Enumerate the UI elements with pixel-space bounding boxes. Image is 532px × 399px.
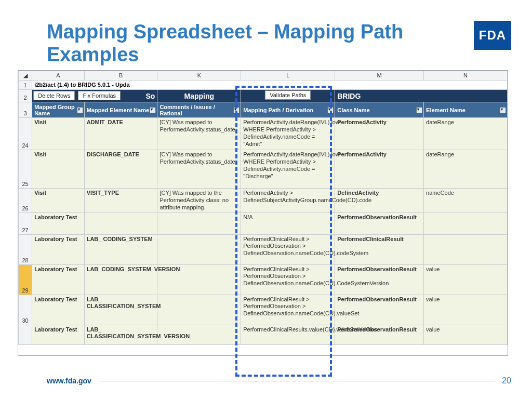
- header-A[interactable]: Mapped Group Name: [32, 102, 85, 118]
- row-number[interactable]: 2: [19, 90, 32, 102]
- section-header-mapping: Mapping: [157, 90, 241, 102]
- header-B[interactable]: Mapped Element Name: [84, 102, 157, 118]
- cell-class-name[interactable]: PerformedActivity: [335, 118, 424, 150]
- cell-element-name[interactable]: [424, 234, 508, 264]
- row-number[interactable]: 29: [19, 264, 32, 295]
- column-header-L[interactable]: L: [241, 71, 335, 81]
- workbook-title-cell[interactable]: i2b2/act (1.4) to BRIDG 5.0.1 - Upda: [32, 81, 508, 90]
- column-header-K[interactable]: K: [157, 71, 241, 81]
- cell-class-name[interactable]: PerformedActivity: [335, 150, 424, 189]
- cell-mapping-path[interactable]: PerformedActivity.dateRange(IVL).low WHE…: [241, 118, 335, 150]
- cell-mapped-element[interactable]: VISIT_TYPE: [84, 189, 157, 212]
- slide-title: Mapping Spreadsheet – Mapping Path Examp…: [21, 21, 474, 66]
- cell-mapped-group[interactable]: Laboratory Test: [32, 295, 85, 325]
- cell-element-name[interactable]: nameCode: [424, 189, 508, 212]
- cell-element-name[interactable]: dateRange: [424, 118, 508, 150]
- cell-mapped-group[interactable]: Laboratory Test: [32, 325, 85, 344]
- row-number[interactable]: 28: [19, 234, 32, 264]
- cell-mapped-group[interactable]: Visit: [32, 118, 85, 150]
- cell-mapped-group[interactable]: Visit: [32, 189, 85, 212]
- row-number[interactable]: 3: [19, 102, 32, 118]
- cell-mapped-element[interactable]: LAB_ CLASSIFICATION_SYSTEM: [84, 295, 157, 325]
- section-header-bridg: BRIDG: [335, 90, 508, 102]
- cell-comments[interactable]: [CY] Was mapped to PerformedActivity.sta…: [157, 118, 241, 150]
- cell-mapped-group[interactable]: Laboratory Test: [32, 212, 85, 234]
- filter-icon[interactable]: [233, 107, 240, 113]
- row-number[interactable]: 26: [19, 189, 32, 212]
- header-L[interactable]: Mapping Path / Derivation: [241, 102, 335, 118]
- cell-comments[interactable]: [CY] Was mapped to the PerformedActivity…: [157, 189, 241, 212]
- cell-comments[interactable]: [157, 295, 241, 325]
- cell-mapped-element[interactable]: LAB_ CLASSIFICATION_SYSTEM_VERSION: [84, 325, 157, 344]
- cell-mapped-group[interactable]: Visit: [32, 150, 85, 189]
- fda-logo: FDA: [474, 21, 511, 50]
- filter-icon[interactable]: [327, 107, 334, 113]
- cell-mapping-path[interactable]: PerformedActivity.dateRange(IVL).low WHE…: [241, 150, 335, 189]
- cell-class-name[interactable]: PerformedObservationResult: [335, 212, 424, 234]
- footer-url[interactable]: www.fda.gov: [47, 377, 91, 385]
- header-N[interactable]: Element Name: [424, 102, 508, 118]
- filter-icon[interactable]: [150, 107, 156, 113]
- cell-mapping-path[interactable]: N/A: [241, 212, 335, 234]
- cell-element-name[interactable]: [424, 212, 508, 234]
- section-header-source: Delete Rows Fix Formulas So: [32, 90, 157, 102]
- cell-comments[interactable]: [CY] Was mapped to PerformedActivity.sta…: [157, 150, 241, 189]
- column-header-N[interactable]: N: [424, 71, 508, 81]
- delete-rows-button[interactable]: Delete Rows: [33, 91, 75, 100]
- row-number[interactable]: 1: [19, 81, 32, 90]
- cell-mapped-element[interactable]: ADMIT_DATE: [84, 118, 157, 150]
- column-header-A[interactable]: A: [32, 71, 85, 81]
- cell-mapped-element[interactable]: [84, 212, 157, 234]
- row-number[interactable]: [19, 325, 32, 344]
- filter-icon[interactable]: [500, 107, 506, 113]
- footer-divider: [99, 381, 495, 381]
- cell-mapped-element[interactable]: LAB_ CODING_SYSTEM: [84, 234, 157, 264]
- cell-mapped-element[interactable]: LAB_CODING_SYSTEM_VERSION: [84, 264, 157, 295]
- column-header-B[interactable]: B: [84, 71, 157, 81]
- row-number[interactable]: 25: [19, 150, 32, 189]
- validate-paths-button[interactable]: Validate Paths: [265, 90, 311, 100]
- cell-mapping-path[interactable]: PerformedClinicalResults.value(CD).value…: [241, 325, 335, 344]
- cell-element-name[interactable]: value: [424, 325, 508, 344]
- filter-icon[interactable]: [77, 107, 83, 113]
- cell-comments[interactable]: [157, 234, 241, 264]
- filter-icon[interactable]: [416, 107, 422, 113]
- select-all-cell[interactable]: ◢: [19, 71, 32, 81]
- cell-mapping-path[interactable]: PerformedClinicalResult > PerformedObser…: [241, 295, 335, 325]
- row-number[interactable]: 27: [19, 212, 32, 234]
- cell-class-name[interactable]: PerformedObservationResult: [335, 295, 424, 325]
- cell-mapped-element[interactable]: DISCHARGE_DATE: [84, 150, 157, 189]
- row-number[interactable]: 30: [19, 295, 32, 325]
- section-header-validate: Validate Paths: [241, 90, 335, 102]
- fix-formulas-button[interactable]: Fix Formulas: [78, 91, 121, 100]
- spreadsheet: ◢ABKLMN1i2b2/act (1.4) to BRIDG 5.0.1 - …: [18, 70, 508, 356]
- cell-class-name[interactable]: PerformedObservationResult: [335, 325, 424, 344]
- cell-mapped-group[interactable]: Laboratory Test: [32, 234, 85, 264]
- cell-mapping-path[interactable]: PerformedActivity > DefinedSubjectActivi…: [241, 189, 335, 212]
- cell-mapped-group[interactable]: Laboratory Test: [32, 264, 85, 295]
- cell-mapping-path[interactable]: PerformedClinicalResult > PerformedObser…: [241, 264, 335, 295]
- header-M[interactable]: Class Name: [335, 102, 424, 118]
- cell-comments[interactable]: [157, 212, 241, 234]
- cell-class-name[interactable]: PerformedObservationResult: [335, 264, 424, 295]
- page-number: 20: [502, 376, 511, 385]
- row-number[interactable]: 24: [19, 118, 32, 150]
- cell-element-name[interactable]: value: [424, 295, 508, 325]
- column-header-M[interactable]: M: [335, 71, 424, 81]
- cell-mapping-path[interactable]: PerformedClinicalResult > PerformedObser…: [241, 234, 335, 264]
- cell-element-name[interactable]: value: [424, 264, 508, 295]
- cell-class-name[interactable]: PerformedClinicalResult: [335, 234, 424, 264]
- cell-element-name[interactable]: dateRange: [424, 150, 508, 189]
- header-K[interactable]: Comments / Issues / Rational: [157, 102, 241, 118]
